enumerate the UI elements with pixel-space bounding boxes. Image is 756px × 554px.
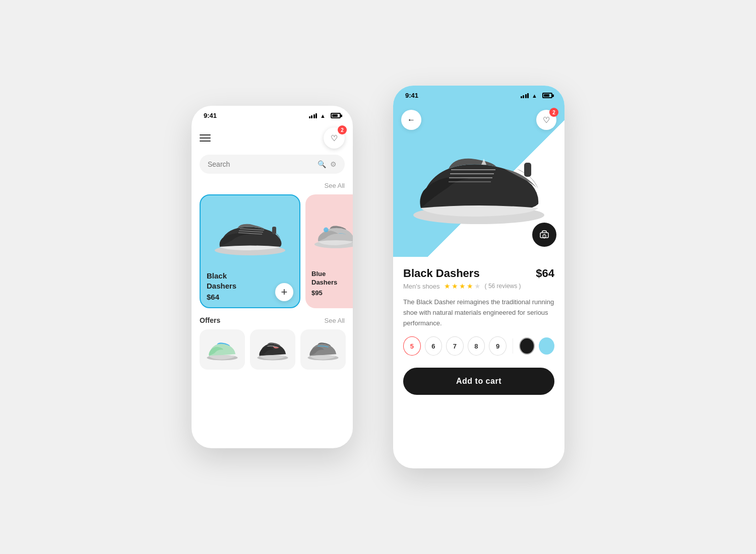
product-title-row: Black Dashers $64 — [403, 267, 554, 280]
heart-icon-detail: ♡ — [543, 115, 550, 125]
search-bar[interactable] — [200, 155, 345, 174]
star-1: ★ — [444, 282, 451, 290]
add-to-cart-button[interactable]: Add to cart — [403, 368, 554, 395]
status-icons-2: ▲ — [521, 93, 552, 99]
detail-product-price: $64 — [536, 267, 554, 280]
wishlist-badge: 2 — [338, 125, 347, 134]
product-stars: ★ ★ ★ ★ ★ — [444, 282, 481, 290]
filter-icon — [330, 160, 337, 169]
menu-button[interactable] — [200, 134, 211, 142]
product-description: The Black Dasher reimagines the traditio… — [403, 297, 554, 328]
detail-product-image — [403, 123, 554, 234]
back-icon: ← — [407, 115, 415, 124]
size-7-button[interactable]: 7 — [446, 336, 464, 356]
ar-button[interactable] — [532, 223, 556, 247]
star-2: ★ — [452, 282, 458, 290]
main-container: 9:41 ▲ ♡ 2 — [0, 65, 756, 489]
offers-title: Offers — [200, 316, 220, 324]
offers-header: Offers See All — [200, 316, 345, 324]
time-1: 9:41 — [204, 112, 217, 119]
product-sub-row: Men's shoes ★ ★ ★ ★ ★ ( 56 reviews ) — [403, 282, 554, 290]
offers-grid — [200, 329, 345, 370]
secondary-product-name: Blue Dashers — [311, 270, 353, 287]
svg-point-6 — [324, 227, 329, 232]
battery-icon — [331, 113, 341, 118]
status-bar-1: 9:41 ▲ — [192, 106, 353, 123]
see-all-featured[interactable]: See All — [325, 182, 345, 189]
size-5-button[interactable]: 5 — [403, 336, 421, 356]
size-8-button[interactable]: 8 — [468, 336, 485, 356]
wifi-icon: ▲ — [320, 113, 326, 119]
color-blue-button[interactable] — [539, 337, 554, 355]
secondary-product-card[interactable]: Blue Dashers $95 — [305, 194, 353, 308]
offer-shoe-2 — [255, 337, 290, 362]
ar-icon — [538, 229, 550, 241]
heart-icon: ♡ — [331, 133, 338, 143]
offers-section: Offers See All — [192, 308, 353, 370]
back-button[interactable]: ← — [401, 110, 421, 130]
svg-rect-4 — [272, 227, 276, 234]
signal-icon — [309, 113, 318, 118]
see-all-offers[interactable]: See All — [325, 317, 345, 324]
wifi-icon-2: ▲ — [532, 93, 537, 99]
featured-section-header: See All — [192, 182, 353, 194]
size-9-button[interactable]: 9 — [489, 336, 507, 356]
signal-icon-2 — [521, 93, 529, 98]
blue-shoe-image — [311, 216, 353, 251]
status-icons-1: ▲ — [309, 113, 341, 119]
offer-card-3[interactable] — [300, 329, 346, 370]
list-header: ♡ 2 — [192, 123, 353, 155]
color-black-button[interactable] — [519, 337, 535, 355]
featured-product-card[interactable]: Black Dashers $64 + — [200, 194, 300, 308]
status-bar-2: 9:41 ▲ — [393, 86, 564, 103]
detail-wishlist-button[interactable]: ♡ 2 — [536, 110, 556, 130]
time-2: 9:41 — [405, 92, 418, 99]
battery-icon-2 — [542, 93, 552, 98]
search-input[interactable] — [208, 160, 313, 168]
star-4: ★ — [467, 282, 473, 290]
star-3: ★ — [459, 282, 466, 290]
detail-product-name: Black Dashers — [403, 267, 480, 280]
svg-rect-15 — [524, 163, 531, 177]
black-shoe-image — [210, 209, 290, 259]
size-6-button[interactable]: 6 — [425, 336, 443, 356]
divider — [513, 338, 513, 354]
wishlist-button[interactable]: ♡ 2 — [324, 127, 345, 149]
product-reviews: ( 56 reviews ) — [485, 283, 521, 290]
star-5: ★ — [474, 282, 481, 290]
phone-list-screen: 9:41 ▲ ♡ 2 — [192, 106, 353, 448]
secondary-product-price: $95 — [311, 289, 353, 297]
detail-wishlist-badge: 2 — [549, 108, 558, 117]
size-color-row: 5 6 7 8 9 — [403, 336, 554, 356]
secondary-product-image — [311, 200, 353, 266]
offer-card-2[interactable] — [250, 329, 295, 370]
offer-shoe-3 — [305, 337, 341, 362]
search-icon — [318, 160, 326, 169]
offer-card-1[interactable] — [200, 329, 245, 370]
detail-content: Black Dashers $64 Men's shoes ★ ★ ★ ★ ★ … — [393, 257, 564, 407]
phone-detail-screen: 9:41 ▲ ← — [393, 86, 564, 468]
product-category: Men's shoes — [403, 283, 440, 290]
add-featured-button[interactable]: + — [275, 283, 293, 301]
product-hero: 9:41 ▲ ← — [393, 86, 564, 257]
featured-product-image — [207, 201, 293, 267]
products-row: Black Dashers $64 + — [192, 194, 353, 308]
offer-shoe-1 — [205, 337, 240, 362]
